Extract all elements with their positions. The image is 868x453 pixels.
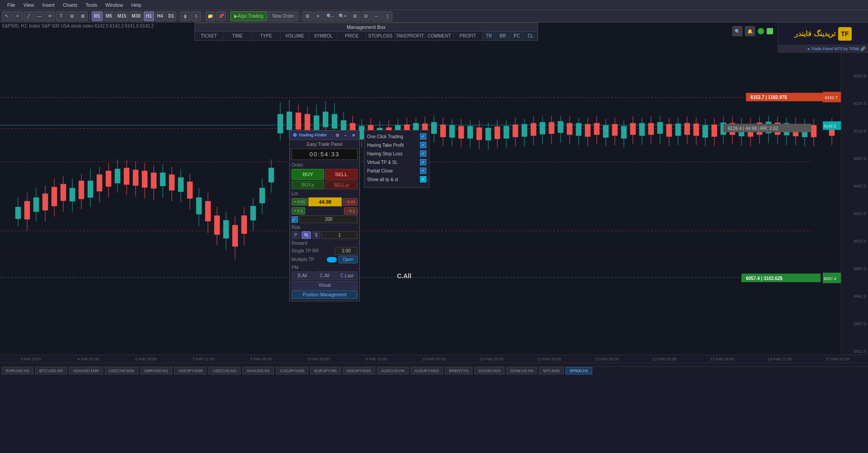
menu-charts[interactable]: Charts [59, 1, 81, 9]
mgmt-header-profit[interactable]: PROFIT [454, 32, 482, 40]
mgmt-action-br[interactable]: BR [496, 32, 510, 40]
tf-h1[interactable]: H1 [144, 11, 154, 21]
mgmt-header-price[interactable]: PRICE [338, 32, 366, 40]
search-icon[interactable]: 🔍 [732, 26, 742, 36]
chart-type-bar[interactable]: ▮ [180, 11, 190, 21]
mgmt-header-volume[interactable]: VOLUME [281, 32, 309, 40]
b-all-button[interactable]: B.All [292, 271, 313, 280]
settings-gear-button[interactable]: ⚙ [334, 132, 340, 138]
tf-m15[interactable]: M15 [115, 11, 128, 21]
toolbar-period-sep[interactable]: | [382, 11, 392, 21]
toolbar-zoom-in[interactable]: 🔍+ [336, 11, 349, 21]
toolbar-chart-window[interactable]: ⊟ [361, 11, 371, 21]
one-click-trading-checkbox[interactable]: ✓ [420, 133, 426, 140]
mgmt-header-time[interactable]: TIME [223, 32, 252, 40]
risk-percent-button[interactable]: % [302, 231, 311, 239]
toolbar-folder[interactable]: 📁 [205, 11, 215, 21]
pair-eurusd[interactable]: EURUSD.H1 [2, 367, 33, 374]
menu-insert[interactable]: Insert [38, 1, 58, 9]
lot-checkbox[interactable]: ✓ [292, 216, 298, 223]
tp-open-button[interactable]: Open [339, 256, 358, 263]
toolbar-chart-list[interactable]: ≡ [313, 11, 323, 21]
lot-plus-001-button[interactable]: + 0.01 [292, 198, 307, 205]
mgmt-action-tr[interactable]: TR [482, 32, 496, 40]
mgmt-header-takeprofit[interactable]: TAKEPROFIT [395, 32, 425, 40]
having-stop-loss-checkbox[interactable]: ✓ [420, 150, 426, 157]
algo-trading-button[interactable]: ▶ Algo Trading [230, 11, 267, 21]
tf-m5[interactable]: M5 [104, 11, 114, 21]
pair-wti[interactable]: WTI.M30 [539, 367, 564, 374]
mgmt-header-comment[interactable]: COMMENT [425, 32, 454, 40]
mgmt-action-pc[interactable]: PC [510, 32, 524, 40]
pair-brent[interactable]: BRENT.H1 [445, 367, 473, 374]
pair-eurjpy[interactable]: EURJPY.M5 [310, 367, 340, 374]
risk-value-input[interactable] [321, 231, 358, 239]
chart-type-candle[interactable]: 🕯 [191, 11, 201, 21]
menu-file[interactable]: File [4, 1, 19, 9]
multiple-tp-toggle[interactable] [327, 257, 337, 262]
lot-plus-01-button[interactable]: + 0.1 [292, 207, 305, 215]
close-button[interactable]: ✕ [350, 132, 357, 138]
visual-button[interactable]: Visual [292, 281, 358, 290]
toolbar-auto-scroll[interactable]: ↔ [372, 11, 382, 21]
toolbar-gann[interactable]: ⊠ [78, 11, 88, 21]
toolbar-fib[interactable]: ⊞ [67, 11, 77, 21]
risk-dollar-button[interactable]: $ [312, 231, 321, 239]
buy-p-button[interactable]: BUY.p [292, 181, 324, 189]
pair-btcusd[interactable]: BTCUSD.M5 [35, 367, 67, 374]
toolbar-grid[interactable]: ⊞ [350, 11, 360, 21]
toolbar-arrow[interactable]: ↖ [2, 11, 12, 21]
buy-button[interactable]: BUY [292, 169, 324, 180]
pair-dowus[interactable]: DOW.US.H4 [506, 367, 538, 374]
mgmt-header-stoploss[interactable]: STOPLOSS [366, 32, 395, 40]
toolbar-line[interactable]: ╱ [24, 11, 33, 21]
partial-close-checkbox[interactable]: ✓ [420, 168, 426, 174]
mgmt-header-symbol[interactable]: SYMBOL [309, 32, 338, 40]
c-last-button[interactable]: C.Last [336, 271, 358, 280]
lot-minus-001-button[interactable]: - 0.01 [343, 198, 358, 205]
menu-help[interactable]: Help [127, 1, 145, 9]
pair-audcad[interactable]: AUDCAD.H4 [377, 367, 409, 374]
risk-p-button[interactable]: P [292, 231, 300, 239]
mgmt-header-ticket[interactable]: TICKET [195, 32, 223, 40]
new-order-button[interactable]: New Order [268, 11, 298, 21]
tf-d1[interactable]: D1 [166, 11, 176, 21]
menu-view[interactable]: View [20, 1, 38, 9]
sell-button[interactable]: SELL [325, 169, 358, 180]
pair-cadjpy[interactable]: CADJPY.M30 [276, 367, 308, 374]
pair-usdcad[interactable]: USDCAD.M1 [208, 367, 241, 374]
position-management-button[interactable]: Position Management [292, 290, 358, 299]
pair-usdjpy[interactable]: USDJPY.M30 [174, 367, 207, 374]
tf-h4[interactable]: H4 [155, 11, 165, 21]
single-tp-input[interactable] [335, 247, 358, 255]
tf-m30[interactable]: M30 [129, 11, 142, 21]
lot-minus-01-button[interactable]: - 0.1 [344, 207, 358, 215]
sell-p-button[interactable]: SELL.p [325, 181, 358, 189]
pair-usdchf[interactable]: USDCHF.M30 [105, 367, 139, 374]
pair-dax30[interactable]: DAX30.M15 [474, 367, 505, 374]
pair-adausd[interactable]: ADAUSD.M30 [69, 367, 103, 374]
pair-gbpusd[interactable]: GBPUSD.M1 [140, 367, 172, 374]
notifications-icon[interactable]: 🔔 [745, 26, 755, 36]
toolbar-zoom-out[interactable]: 🔍- [324, 11, 335, 21]
virtual-tp-sl-checkbox[interactable]: ✓ [420, 159, 426, 165]
mgmt-header-type[interactable]: TYPE [252, 32, 280, 40]
toolbar-hline[interactable]: — [34, 11, 44, 21]
toolbar-crosshair[interactable]: + [13, 11, 23, 21]
pair-audjpy[interactable]: AUDJPY.M15 [410, 367, 443, 374]
toolbar-text[interactable]: T [56, 11, 66, 21]
status-indicator2[interactable] [767, 28, 773, 34]
tf-m1[interactable]: M1 [92, 11, 103, 21]
c-all-button[interactable]: C.All [314, 271, 335, 280]
status-indicator[interactable] [758, 28, 764, 34]
scroll-bar[interactable] [0, 363, 868, 366]
toolbar-accounts[interactable]: ⊞ [302, 11, 312, 21]
menu-tools[interactable]: Tools [82, 1, 101, 9]
having-take-profit-checkbox[interactable]: ✓ [420, 142, 426, 148]
mgmt-action-cl[interactable]: CL [524, 32, 538, 40]
pair-xauusd[interactable]: XAUUSD.H1 [242, 367, 274, 374]
show-all-tp-sl-checkbox[interactable]: ✓ [420, 176, 426, 182]
toolbar-pen[interactable]: ✏ [45, 11, 55, 21]
pair-sp500-active[interactable]: SP500.H1 [566, 367, 592, 374]
toolbar-pin[interactable]: 📌 [216, 11, 226, 21]
